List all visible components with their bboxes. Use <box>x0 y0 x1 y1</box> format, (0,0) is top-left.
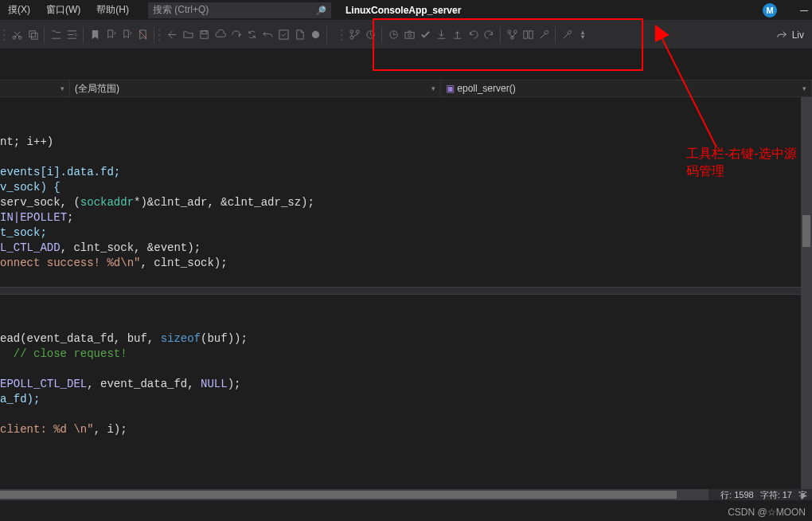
diff-icon[interactable] <box>521 28 535 42</box>
nav-project-dropdown[interactable]: ▾ <box>0 80 70 97</box>
bookmark-prev-icon[interactable] <box>103 28 118 42</box>
svg-rect-13 <box>404 33 413 39</box>
solution-title: LinuxConsoleApp_server <box>345 5 461 16</box>
cube-icon: ▣ <box>446 83 455 94</box>
bookmark-next-icon[interactable] <box>119 28 134 42</box>
avatar[interactable]: M <box>763 3 777 18</box>
cut-icon[interactable] <box>10 28 24 42</box>
svg-rect-3 <box>31 33 37 40</box>
download-icon[interactable] <box>434 28 448 42</box>
svg-point-7 <box>311 31 318 38</box>
status-bar: 行: 1598 字符: 17 字 <box>709 489 812 500</box>
chevron-down-icon: ▾ <box>802 84 806 92</box>
chevron-down-icon: ▾ <box>61 84 64 92</box>
revert-icon[interactable] <box>466 28 480 42</box>
bookmark-clear-icon[interactable] <box>135 28 150 42</box>
record-icon[interactable] <box>308 28 322 42</box>
settings-icon[interactable] <box>560 28 574 42</box>
scroll-right-icon[interactable]: ▶ <box>801 491 807 499</box>
menu-window[interactable]: 窗口(W) <box>41 2 85 18</box>
merge-icon[interactable] <box>505 28 519 42</box>
toolbar-grip[interactable] <box>341 28 344 42</box>
svg-rect-2 <box>29 31 35 37</box>
scrollbar-vertical[interactable] <box>801 97 812 489</box>
nav-back-icon[interactable] <box>165 28 179 42</box>
bookmark-icon[interactable] <box>88 28 102 42</box>
toolbar: ▲▼ Liv <box>0 21 812 49</box>
search-placeholder: 搜索 (Ctrl+Q) <box>153 3 209 17</box>
camera-icon[interactable] <box>402 28 416 42</box>
toolbar-separator <box>154 27 154 43</box>
redo-icon[interactable] <box>482 28 496 42</box>
nav-function-dropdown[interactable]: ▣ epoll_server() ▾ <box>441 80 812 97</box>
toolbar-separator <box>555 27 556 43</box>
navigation-bar: ▾ (全局范围) ▾ ▣ epoll_server() ▾ <box>0 80 812 97</box>
scrollbar-thumb[interactable] <box>802 215 810 247</box>
branch-icon[interactable] <box>347 28 361 42</box>
chevron-down-icon: ▾ <box>431 84 435 92</box>
tab-icon[interactable] <box>49 28 63 42</box>
menu-x[interactable]: 摸(X) <box>3 2 35 18</box>
scrollbar-thumb[interactable] <box>0 491 677 499</box>
svg-rect-18 <box>523 31 527 38</box>
check-icon[interactable] <box>276 28 291 42</box>
svg-point-10 <box>356 30 359 33</box>
svg-rect-6 <box>279 30 287 39</box>
svg-point-8 <box>349 30 353 33</box>
share-icon <box>776 29 787 41</box>
svg-point-15 <box>507 30 510 33</box>
nav-scope-label: (全局范围) <box>75 82 119 96</box>
undo-icon[interactable] <box>260 28 275 42</box>
nav-scope-dropdown[interactable]: (全局范围) ▾ <box>70 80 441 97</box>
clock-icon[interactable] <box>386 28 400 42</box>
wrench-icon[interactable] <box>537 28 551 42</box>
folder-open-icon[interactable] <box>181 28 195 42</box>
editor-split-handle[interactable] <box>0 287 812 295</box>
toolbar-grip[interactable] <box>3 28 6 42</box>
save-icon[interactable] <box>197 28 211 42</box>
search-input[interactable]: 搜索 (Ctrl+Q) <box>148 2 331 18</box>
menu-help[interactable]: 帮助(H) <box>92 2 134 18</box>
code-editor[interactable]: nt; i++) events[i].data.fd; v_sock) { se… <box>0 99 801 500</box>
search-icon <box>315 5 326 16</box>
upload-icon[interactable] <box>450 28 464 42</box>
svg-point-14 <box>408 34 411 37</box>
toolbar-separator <box>381 27 382 43</box>
svg-rect-19 <box>529 31 533 38</box>
svg-rect-5 <box>201 31 206 34</box>
copy-icon[interactable] <box>25 28 40 42</box>
svg-point-9 <box>349 36 353 39</box>
scrollbar-horizontal[interactable]: ▶ <box>0 489 812 500</box>
cloud-icon[interactable] <box>213 28 227 42</box>
status-line: 行: 1598 <box>720 489 754 501</box>
live-share-button[interactable]: Liv <box>776 29 804 41</box>
svg-point-16 <box>513 30 517 33</box>
menubar: 摸(X) 窗口(W) 帮助(H) 搜索 (Ctrl+Q) LinuxConsol… <box>0 0 812 21</box>
nav-function-label: epoll_server() <box>457 83 515 94</box>
watermark: CSDN @☆MOON <box>728 507 806 518</box>
checkmark-icon[interactable] <box>418 28 432 42</box>
overflow-icon[interactable]: ▲▼ <box>576 28 590 42</box>
sync-icon[interactable] <box>244 28 259 42</box>
toolbar-separator <box>500 27 501 43</box>
status-chars: 字符: 17 <box>760 489 792 501</box>
toolbar-separator <box>326 27 327 43</box>
indent-icon[interactable] <box>64 28 79 42</box>
live-share-label: Liv <box>792 29 804 41</box>
toolbar-separator <box>44 27 45 43</box>
toolbar-grip[interactable] <box>158 28 162 42</box>
new-file-icon[interactable] <box>292 28 306 42</box>
history-icon[interactable] <box>363 28 377 42</box>
refresh-icon[interactable] <box>228 28 243 42</box>
toolbar-separator <box>83 27 84 43</box>
minimize-icon[interactable]: ─ <box>799 4 809 17</box>
